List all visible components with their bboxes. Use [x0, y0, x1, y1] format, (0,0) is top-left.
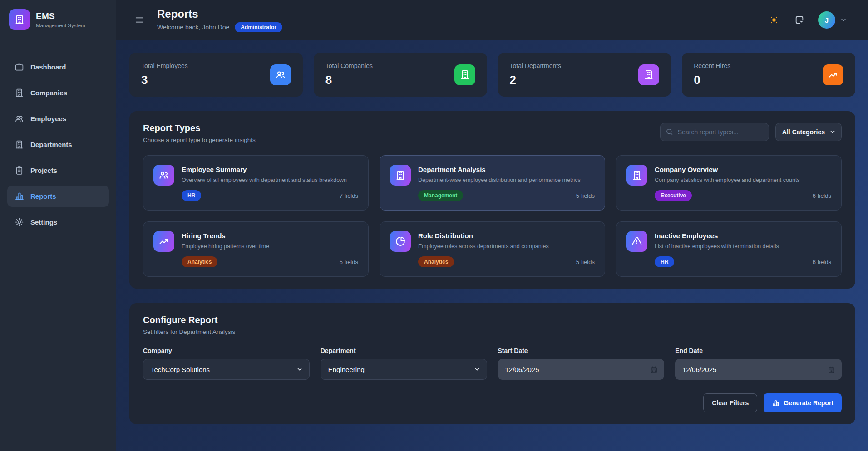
company-select[interactable]: TechCorp Solutions: [143, 359, 310, 380]
briefcase-icon: [15, 62, 24, 72]
start-date-label: Start Date: [498, 347, 665, 354]
fields-count: 7 fields: [340, 192, 358, 199]
end-date-label: End Date: [675, 347, 842, 354]
sidebar-nav: Dashboard Companies Employees Department…: [0, 56, 116, 237]
report-card-hiring-trends[interactable]: Hiring Trends Employee hiring patterns o…: [143, 221, 369, 277]
sidebar-item-label: Reports: [30, 192, 56, 200]
company-value: TechCorp Solutions: [151, 366, 296, 373]
report-card-employee-summary[interactable]: Employee Summary Overview of all employe…: [143, 155, 369, 211]
report-card-description: Employee roles across departments and co…: [418, 243, 595, 250]
report-card-title: Inactive Employees: [655, 232, 831, 240]
welcome-text: Welcome back, John Doe: [157, 24, 229, 31]
warning-icon: [626, 231, 647, 252]
sidebar-item-departments[interactable]: Departments: [7, 134, 109, 155]
hamburger-menu-icon[interactable]: [132, 12, 147, 28]
report-card-description: Overview of all employees with departmen…: [182, 176, 358, 184]
report-card-company-overview[interactable]: Company Overview Company statistics with…: [616, 155, 842, 211]
end-date-input[interactable]: 12/06/2025: [675, 359, 842, 380]
pie-chart-icon: [390, 231, 411, 252]
stats-row: Total Employees 3 Total Companies 8 To: [129, 53, 855, 97]
sidebar-item-settings[interactable]: Settings: [7, 211, 109, 233]
sidebar-item-label: Employees: [30, 115, 66, 123]
bar-chart-icon: [772, 399, 779, 407]
role-badge: Administrator: [235, 22, 282, 32]
stat-card-recent-hires: Recent Hires 0: [682, 53, 855, 97]
end-date-value: 12/06/2025: [682, 366, 828, 373]
category-filter-value: All Categories: [782, 128, 825, 136]
stat-value: 2: [510, 73, 562, 87]
brand-subtitle: Management System: [36, 23, 85, 28]
category-filter-select[interactable]: All Categories: [775, 123, 842, 141]
building-icon: [15, 140, 24, 149]
screen-cursor-icon: [794, 15, 804, 25]
chevron-down-icon: [296, 366, 303, 373]
sidebar: EMS Management System Dashboard Companie…: [0, 0, 116, 451]
sidebar-item-label: Projects: [30, 167, 57, 174]
sidebar-item-label: Departments: [30, 141, 72, 148]
sidebar-item-companies[interactable]: Companies: [7, 82, 109, 103]
stat-value: 0: [694, 73, 730, 87]
screen-share-button[interactable]: [793, 13, 806, 27]
department-select[interactable]: Engineering: [321, 359, 487, 380]
report-card-role-distribution[interactable]: Role Distribution Employee roles across …: [380, 221, 605, 277]
search-input[interactable]: [660, 123, 769, 141]
clear-filters-button[interactable]: Clear Filters: [703, 393, 757, 412]
building-icon: [390, 165, 411, 186]
clipboard-icon: [15, 166, 24, 175]
sun-icon: [769, 15, 779, 25]
trending-up-icon: [823, 64, 843, 85]
brand: EMS Management System: [0, 0, 116, 38]
report-card-description: Employee hiring patterns over time: [182, 243, 358, 250]
report-card-title: Department Analysis: [418, 166, 595, 173]
category-badge: Executive: [655, 190, 692, 201]
sidebar-item-label: Dashboard: [30, 63, 66, 71]
report-card-inactive-employees[interactable]: Inactive Employees List of inactive empl…: [616, 221, 842, 277]
users-icon: [153, 165, 174, 186]
department-value: Engineering: [328, 366, 474, 373]
ems-logo-icon: [9, 9, 30, 30]
configure-report-panel: Configure Report Set filters for Departm…: [129, 303, 855, 424]
stat-card-total-employees: Total Employees 3: [129, 53, 303, 97]
theme-toggle-button[interactable]: [767, 13, 781, 27]
report-card-department-analysis[interactable]: Department Analysis Department-wise empl…: [380, 155, 605, 211]
fields-count: 5 fields: [576, 259, 595, 265]
fields-count: 5 fields: [340, 259, 358, 265]
bar-chart-icon: [15, 191, 24, 201]
category-badge: Analytics: [182, 256, 217, 267]
chevron-down-icon: [829, 129, 836, 135]
fields-count: 6 fields: [813, 259, 831, 265]
start-date-value: 12/06/2025: [505, 366, 651, 373]
sidebar-item-label: Settings: [30, 218, 57, 226]
report-types-subtitle: Choose a report type to generate insight…: [143, 137, 256, 143]
stat-label: Total Companies: [326, 62, 373, 69]
chevron-down-icon: [474, 366, 480, 373]
calendar-icon: [650, 366, 658, 373]
category-badge: Analytics: [418, 256, 454, 267]
department-label: Department: [321, 347, 487, 354]
chevron-down-icon: [840, 16, 847, 24]
stat-label: Total Employees: [141, 62, 188, 69]
sidebar-item-projects[interactable]: Projects: [7, 160, 109, 181]
category-badge: HR: [182, 190, 201, 201]
sidebar-item-dashboard[interactable]: Dashboard: [7, 56, 109, 78]
sidebar-item-reports[interactable]: Reports: [7, 186, 109, 207]
stat-label: Total Departments: [510, 62, 562, 69]
building-icon: [454, 64, 475, 85]
report-cards-grid: Employee Summary Overview of all employe…: [143, 155, 842, 277]
generate-report-button[interactable]: Generate Report: [764, 393, 842, 412]
building-icon: [15, 88, 24, 98]
user-menu[interactable]: J: [818, 11, 847, 29]
report-card-title: Hiring Trends: [182, 232, 358, 240]
configure-subtitle: Set filters for Department Analysis: [143, 328, 842, 335]
category-badge: HR: [655, 256, 674, 267]
building-icon: [626, 165, 647, 186]
search-icon: [666, 128, 673, 136]
stat-card-total-departments: Total Departments 2: [498, 53, 671, 97]
brand-name: EMS: [36, 11, 85, 21]
fields-count: 5 fields: [576, 192, 595, 199]
company-label: Company: [143, 347, 310, 354]
start-date-input[interactable]: 12/06/2025: [498, 359, 665, 380]
report-card-title: Employee Summary: [182, 166, 358, 173]
sidebar-item-employees[interactable]: Employees: [7, 108, 109, 129]
configure-title: Configure Report: [143, 315, 842, 325]
